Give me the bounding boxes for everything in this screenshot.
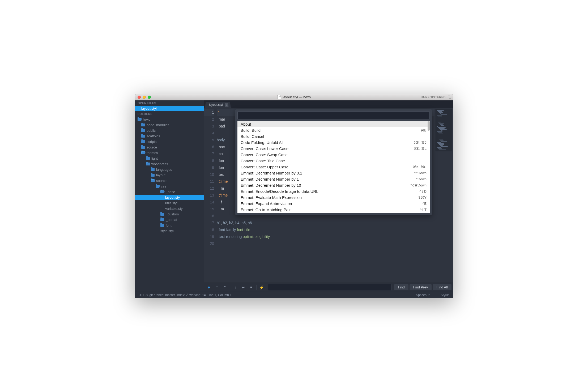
line-number[interactable]: 4 (204, 130, 214, 137)
tab-close-icon[interactable]: × (225, 103, 229, 107)
command-palette-item[interactable]: Emmet: Go to Matching Pair^⇧T (237, 207, 430, 213)
highlight-icon[interactable]: ⚡ (258, 284, 265, 291)
file-tree-folder[interactable]: public (135, 128, 204, 133)
file-tree-folder[interactable]: _partial (135, 217, 204, 223)
command-palette-item[interactable]: Emmet: Decrement Number by 0.1⌥Down (237, 170, 430, 176)
find-all-button[interactable]: Find All (433, 284, 451, 290)
command-palette-item[interactable]: Build: Cancel (237, 133, 430, 139)
palette-item-label: Convert Case: Lower Case (241, 146, 288, 151)
code-line[interactable] (217, 240, 434, 247)
find-prev-button[interactable]: Find Prev (410, 284, 432, 290)
line-gutter[interactable]: 1234567891011121314151617181920 (204, 108, 217, 283)
arrow-up-icon[interactable]: ↑ (232, 284, 239, 291)
minimap-line (441, 136, 446, 136)
line-number[interactable]: 3 (204, 123, 214, 130)
minimap[interactable] (434, 108, 453, 283)
line-number[interactable]: 18 (204, 226, 214, 233)
line-number[interactable]: 11 (204, 178, 214, 185)
line-number[interactable]: 9 (204, 164, 214, 171)
command-palette-item[interactable]: Convert Case: Lower Case⌘K, ⌘L (237, 146, 430, 152)
file-tree-folder[interactable]: languages (135, 167, 204, 172)
minimize-window-icon[interactable] (143, 96, 146, 99)
line-number[interactable]: 13 (204, 192, 214, 199)
wrap-icon[interactable]: ↩ (240, 284, 247, 291)
minimap-line (441, 114, 447, 115)
titlebar[interactable]: layout.styl — hexo UNREGISTERED (135, 94, 453, 100)
file-tree-folder[interactable]: layout (135, 172, 204, 178)
find-input[interactable] (268, 284, 391, 291)
status-spaces[interactable]: Spaces: 2 (416, 293, 430, 297)
status-syntax[interactable]: Stylus (441, 293, 449, 297)
command-palette-item[interactable]: Emmet: Evaluate Math Expression⇧⌘Y (237, 194, 430, 201)
regex-toggle-icon[interactable]: ✱ (206, 284, 212, 291)
window-title: layout.styl — hexo (283, 95, 311, 99)
line-number[interactable]: 7 (204, 150, 214, 157)
command-palette-item[interactable]: Build: Build⌘B (237, 127, 430, 133)
document-icon (277, 95, 281, 99)
command-palette-item[interactable]: About (237, 121, 430, 127)
find-button[interactable]: Find (394, 284, 408, 290)
file-tree-folder[interactable]: themes (135, 150, 204, 156)
folder-icon (151, 174, 155, 177)
line-number[interactable]: 2 (204, 116, 214, 123)
tree-label: woodpress (151, 162, 168, 166)
command-palette-input[interactable] (237, 112, 430, 119)
code-line[interactable]: font-family font-title (217, 226, 434, 233)
code-line[interactable]: text-rendering optimizelegibility (217, 233, 434, 240)
minimap-line (440, 145, 443, 146)
case-sensitive-icon[interactable]: T (214, 284, 220, 291)
close-window-icon[interactable] (138, 96, 141, 99)
minimap-line (437, 110, 444, 111)
file-tree-file[interactable]: layout.styl (135, 195, 204, 200)
file-tree-folder[interactable]: woodpress (135, 161, 204, 167)
file-tree-folder[interactable]: font (135, 223, 204, 228)
file-tree-file[interactable]: utils.styl (135, 200, 204, 206)
file-tree-folder[interactable]: css (135, 184, 204, 189)
file-tree-folder[interactable]: hexo (135, 117, 204, 122)
line-number[interactable]: 10 (204, 171, 214, 178)
file-tree-folder[interactable]: source (135, 144, 204, 150)
line-number[interactable]: 19 (204, 233, 214, 240)
sidebar[interactable]: OPEN FILES layout.styl FOLDERS hexonode_… (135, 100, 204, 292)
file-tree-folder[interactable]: _custom (135, 211, 204, 217)
minimap-line (441, 146, 448, 147)
command-palette-item[interactable]: Emmet: Decrement Number by 1^Down (237, 176, 430, 182)
file-tree-folder[interactable]: source (135, 178, 204, 184)
command-palette-item[interactable]: Emmet: Decrement Number by 10⌥⌘Down (237, 182, 430, 188)
line-number[interactable]: 12 (204, 185, 214, 192)
line-number[interactable]: 8 (204, 157, 214, 164)
line-number[interactable]: 16 (204, 212, 214, 219)
command-palette-item[interactable]: Code Folding: Unfold All⌘K, ⌘J (237, 139, 430, 146)
code-line[interactable]: h1, h2, h3, h4, h5, h6 (217, 219, 434, 226)
command-palette-item[interactable]: Convert Case: Swap Case (237, 152, 430, 158)
file-tree-file[interactable]: variable.styl (135, 206, 204, 211)
tree-label: themes (147, 151, 158, 155)
file-tree-folder[interactable]: scripts (135, 139, 204, 144)
command-palette-item[interactable]: Convert Case: Title Case (237, 158, 430, 164)
line-number[interactable]: 14 (204, 199, 214, 206)
line-number[interactable]: 6 (204, 143, 214, 150)
line-number[interactable]: 1 (204, 109, 214, 116)
file-tree-folder[interactable]: node_modules (135, 122, 204, 128)
status-left[interactable]: UTF-8, git branch: master, index: √, wor… (139, 293, 232, 297)
minimap-line (439, 123, 444, 123)
palette-scrollbar[interactable] (428, 121, 430, 131)
line-number[interactable]: 5 (204, 137, 214, 143)
line-number[interactable]: 20 (204, 240, 214, 247)
command-palette-item[interactable]: Emmet: Expand Abbreviation^E (237, 201, 430, 207)
file-tree-folder[interactable]: light (135, 156, 204, 161)
open-file-item[interactable]: layout.styl (135, 106, 204, 111)
whole-word-icon[interactable]: ❝ (221, 284, 228, 291)
command-palette-item[interactable]: Convert Case: Upper Case⌘K, ⌘U (237, 164, 430, 170)
in-selection-icon[interactable]: ≡ (248, 284, 255, 291)
tab-layout-styl[interactable]: layout.styl × (205, 102, 231, 108)
line-number[interactable]: 15 (204, 206, 214, 212)
file-tree-folder[interactable]: scaffolds (135, 133, 204, 139)
traffic-lights (138, 96, 151, 99)
command-palette-item[interactable]: Emmet: Encode\Decode Image to data:URL^⇧… (237, 188, 430, 194)
file-tree-file[interactable]: style.styl (135, 228, 204, 234)
file-tree-folder[interactable]: _base (135, 189, 204, 195)
fullscreen-icon[interactable] (448, 96, 451, 99)
zoom-window-icon[interactable] (148, 96, 151, 99)
line-number[interactable]: 17 (204, 219, 214, 226)
